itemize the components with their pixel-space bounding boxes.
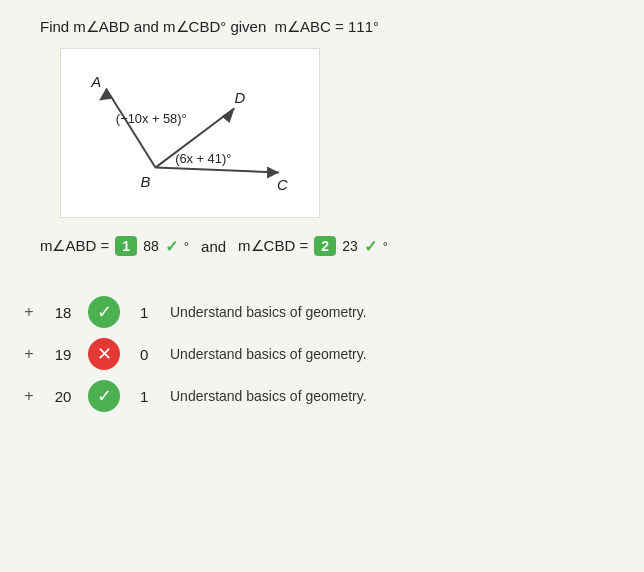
- correct-icon: ✓: [88, 380, 120, 412]
- abd-label: m∠ABD =: [40, 237, 109, 255]
- label-c: C: [277, 177, 288, 193]
- row-description: Understand basics of geometry.: [170, 304, 367, 320]
- incorrect-icon: ✕: [88, 338, 120, 370]
- svg-line-0: [106, 89, 155, 168]
- diagram-container: A B C D (−10x + 58)° (6x + 41)°: [60, 48, 320, 218]
- table-row: + 20 ✓ 1 Understand basics of geometry.: [20, 380, 644, 412]
- score-value: 0: [140, 346, 170, 363]
- row-description: Understand basics of geometry.: [170, 388, 367, 404]
- label-a: A: [90, 74, 101, 90]
- plus-icon: +: [20, 387, 38, 405]
- table-row: + 19 ✕ 0 Understand basics of geometry.: [20, 338, 644, 370]
- svg-marker-5: [222, 108, 235, 123]
- bottom-section: + 18 ✓ 1 Understand basics of geometry. …: [0, 296, 644, 412]
- cbd-degree: °: [383, 239, 388, 254]
- abd-degree: °: [184, 239, 189, 254]
- abd-step-box: 1: [115, 236, 137, 256]
- cbd-step-box: 2: [314, 236, 336, 256]
- score-value: 1: [140, 304, 170, 321]
- plus-icon: +: [20, 303, 38, 321]
- expr1-text: (−10x + 58)°: [116, 111, 187, 126]
- row-description: Understand basics of geometry.: [170, 346, 367, 362]
- cbd-check: ✓: [364, 237, 377, 256]
- svg-line-2: [155, 168, 279, 173]
- geometry-diagram: A B C D (−10x + 58)° (6x + 41)°: [61, 49, 319, 217]
- plus-icon: +: [20, 345, 38, 363]
- expr2-text: (6x + 41)°: [175, 151, 231, 166]
- and-text: and: [134, 18, 159, 35]
- row-number: 18: [38, 304, 88, 321]
- label-b: B: [141, 174, 151, 190]
- correct-icon: ✓: [88, 296, 120, 328]
- table-row: + 18 ✓ 1 Understand basics of geometry.: [20, 296, 644, 328]
- row-number: 20: [38, 388, 88, 405]
- and-connector: and: [201, 238, 226, 255]
- cbd-label: m∠CBD =: [238, 237, 308, 255]
- abd-value: 88: [143, 238, 159, 254]
- question-header: Find m∠ABD and m∠CBD° given m∠ABC = 111°: [40, 18, 624, 36]
- abd-check: ✓: [165, 237, 178, 256]
- score-value: 1: [140, 388, 170, 405]
- answer-row: m∠ABD = 1 88 ✓ ° and m∠CBD = 2 23 ✓ °: [40, 236, 624, 256]
- main-content: Find m∠ABD and m∠CBD° given m∠ABC = 111°…: [0, 0, 644, 266]
- row-number: 19: [38, 346, 88, 363]
- label-d: D: [234, 90, 245, 106]
- cbd-value: 23: [342, 238, 358, 254]
